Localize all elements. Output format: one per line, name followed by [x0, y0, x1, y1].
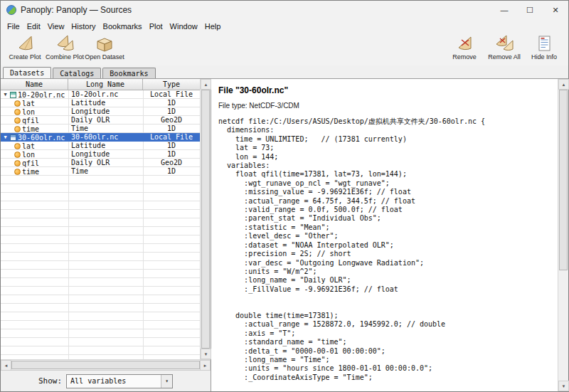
- cell-long-name: Time: [68, 125, 143, 133]
- table-row[interactable]: time Time 1D: [1, 125, 200, 133]
- table-header: Name Long Name Type: [1, 79, 200, 90]
- cell-type: 1D: [143, 125, 200, 133]
- main-area: Name Long Name Type ▼ 10-20olr.nc 10-20o…: [1, 79, 568, 391]
- scroll-down-icon[interactable]: ▼: [201, 349, 211, 359]
- tab-bookmarks[interactable]: Bookmarks: [102, 68, 155, 78]
- menu-file[interactable]: File: [4, 21, 23, 32]
- create-plot-icon: [15, 34, 35, 53]
- menu-view[interactable]: View: [44, 21, 68, 32]
- tab-datasets[interactable]: Datasets: [3, 67, 51, 78]
- table-row[interactable]: qfil Daily OLR Geo2D: [1, 159, 200, 167]
- variable-icon: [14, 126, 21, 132]
- toolbar-button-label: Combine Plot: [46, 53, 84, 60]
- remove-button[interactable]: Remove: [445, 33, 484, 60]
- cell-name: lat: [22, 100, 35, 107]
- chevron-down-icon: ▾: [161, 375, 172, 388]
- scrollbar-thumb[interactable]: [11, 361, 200, 369]
- variable-icon: [14, 152, 21, 158]
- cell-name: 30-60olr.nc: [18, 134, 65, 142]
- cell-long-name: Longitude: [68, 150, 143, 159]
- scroll-up-icon[interactable]: ▲: [201, 79, 211, 90]
- open-dataset-button[interactable]: Open Dataset: [85, 33, 124, 60]
- cell-type: 1D: [143, 142, 200, 150]
- window-controls: — ☐ ✕: [491, 1, 568, 19]
- scroll-down-icon[interactable]: ▼: [558, 381, 569, 391]
- table-row[interactable]: ▼ 30-60olr.nc 30-60olr.nc Local File: [1, 133, 200, 142]
- close-button[interactable]: ✕: [543, 1, 568, 19]
- datasets-panel: Name Long Name Type ▼ 10-20olr.nc 10-20o…: [1, 79, 211, 391]
- scroll-left-icon[interactable]: ◄: [1, 360, 11, 371]
- cell-type: 1D: [143, 150, 200, 159]
- cell-name: lon: [22, 151, 35, 159]
- expander-icon[interactable]: ▼: [2, 134, 9, 142]
- file-info-title: File "30-60olr.nc": [218, 85, 555, 95]
- table-vertical-scrollbar[interactable]: ▲ ▼: [200, 79, 211, 359]
- tab-strip: Datasets Catalogs Bookmarks: [1, 65, 568, 79]
- minimize-button[interactable]: —: [491, 1, 517, 19]
- variable-icon: [14, 109, 21, 115]
- table-row[interactable]: lon Longitude 1D: [1, 150, 200, 159]
- expander-icon[interactable]: ▼: [2, 91, 9, 99]
- dataset-table-body: ▼ 10-20olr.nc 10-20olr.nc Local File lat…: [1, 90, 200, 359]
- show-bar: Show: All variables ▾: [1, 370, 211, 391]
- create-plot-button[interactable]: Create Plot: [5, 33, 45, 60]
- table-horizontal-scrollbar[interactable]: ◄ ►: [1, 359, 211, 370]
- cell-name: time: [22, 168, 39, 176]
- remove-all-icon: [494, 34, 514, 53]
- cell-type: 1D: [143, 99, 200, 107]
- table-row[interactable]: lat Latitude 1D: [1, 142, 200, 150]
- menu-bookmarks[interactable]: Bookmarks: [100, 21, 146, 32]
- hide-info-icon: [534, 34, 554, 53]
- cell-type: Local File: [143, 90, 200, 99]
- menu-plot[interactable]: Plot: [146, 21, 166, 32]
- cell-long-name: Daily OLR: [68, 116, 143, 125]
- show-variables-select[interactable]: All variables ▾: [66, 374, 173, 388]
- cell-type: Local File: [143, 133, 200, 142]
- dataset-icon: [10, 134, 16, 141]
- toolbar: Create Plot Combine Plot Open Dataset Re…: [1, 33, 568, 65]
- combine-plot-button[interactable]: Combine Plot: [45, 33, 85, 60]
- hide-info-button[interactable]: Hide Info: [524, 33, 564, 60]
- column-header-long-name[interactable]: Long Name: [68, 79, 143, 90]
- table-row[interactable]: lat Latitude 1D: [1, 99, 200, 107]
- variable-icon: [14, 117, 21, 124]
- scroll-right-icon[interactable]: ►: [200, 360, 211, 371]
- cell-name: lon: [22, 108, 35, 116]
- variable-icon: [14, 169, 21, 175]
- title-bar: Panoply: Panoply — Sources — ☐ ✕: [1, 1, 568, 19]
- table-row[interactable]: ▼ 10-20olr.nc 10-20olr.nc Local File: [1, 90, 200, 99]
- cell-long-name: 10-20olr.nc: [68, 90, 143, 99]
- combo-selected-value: All variables: [67, 377, 161, 385]
- cell-long-name: Daily OLR: [68, 159, 143, 167]
- cell-long-name: Time: [68, 167, 143, 176]
- table-row[interactable]: qfil Daily OLR Geo2D: [1, 116, 200, 125]
- maximize-button[interactable]: ☐: [517, 1, 543, 19]
- table-row[interactable]: lon Longitude 1D: [1, 107, 200, 116]
- info-vertical-scrollbar[interactable]: ▲ ▼: [558, 79, 568, 391]
- tab-catalogs[interactable]: Catalogs: [53, 68, 101, 78]
- cell-name: qfil: [22, 117, 39, 125]
- file-type-line: File type: NetCDF-3/CDM: [218, 102, 555, 110]
- variable-icon: [14, 160, 21, 166]
- scrollbar-thumb[interactable]: [559, 90, 568, 270]
- scrollbar-thumb[interactable]: [201, 90, 210, 349]
- toolbar-button-label: Remove All: [488, 53, 521, 60]
- variable-icon: [14, 100, 21, 107]
- menu-history[interactable]: History: [68, 21, 99, 32]
- show-label: Show:: [38, 376, 62, 386]
- cell-long-name: Latitude: [68, 142, 143, 150]
- cell-type: 1D: [143, 167, 200, 176]
- app-icon: [6, 5, 16, 15]
- menu-edit[interactable]: Edit: [23, 21, 44, 32]
- scroll-up-icon[interactable]: ▲: [558, 79, 569, 90]
- variable-icon: [14, 143, 21, 149]
- cell-long-name: 30-60olr.nc: [68, 133, 143, 142]
- remove-all-button[interactable]: Remove All: [484, 33, 524, 60]
- column-header-type[interactable]: Type: [143, 79, 200, 90]
- menu-help[interactable]: Help: [201, 21, 225, 32]
- column-header-name[interactable]: Name: [1, 79, 68, 90]
- cell-type: Geo2D: [143, 116, 200, 125]
- menu-window[interactable]: Window: [166, 21, 201, 32]
- table-row[interactable]: time Time 1D: [1, 167, 200, 176]
- file-info-content: File "30-60olr.nc" File type: NetCDF-3/C…: [211, 79, 558, 391]
